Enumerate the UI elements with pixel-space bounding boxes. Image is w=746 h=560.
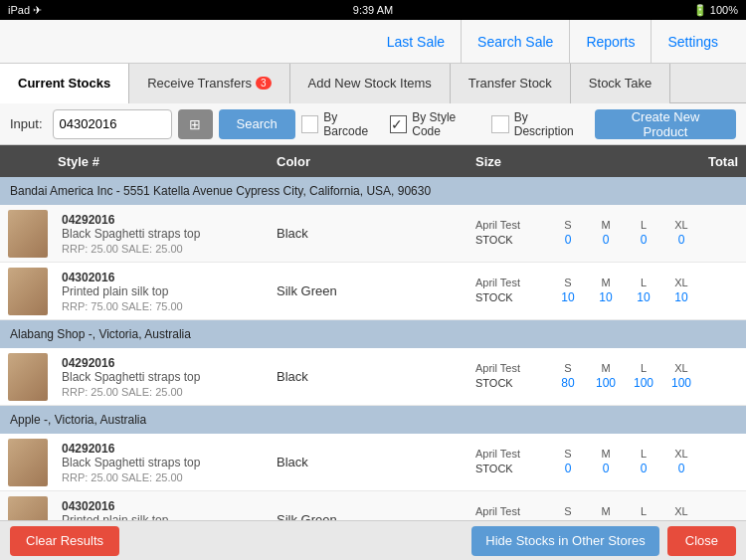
- size-header-cell: XL: [666, 505, 696, 517]
- stock-value: 10: [553, 290, 583, 304]
- size-header-cell: S: [553, 505, 583, 517]
- bottom-bar: Clear Results Hide Stocks in Other Store…: [0, 520, 746, 560]
- product-size: April TestSMLXLSTOCK0000: [475, 448, 696, 477]
- table-row: 04292016Black Spaghetti straps topRRP: 2…: [0, 205, 746, 263]
- stock-value: 0: [629, 462, 658, 475]
- stock-row: STOCK10101010: [475, 290, 696, 304]
- product-name: Printed plain silk top: [62, 513, 277, 521]
- stock-value: 80: [553, 376, 583, 390]
- style-code-label: By Style Code: [412, 110, 485, 138]
- tab-transfer-stock[interactable]: Transfer Stock: [451, 64, 571, 103]
- stock-value: 0: [591, 233, 621, 247]
- close-button[interactable]: Close: [667, 526, 736, 556]
- stock-row: STOCK80100100100: [475, 376, 696, 390]
- nav-settings[interactable]: Settings: [652, 20, 734, 64]
- filter-by-barcode: By Barcode: [301, 110, 384, 138]
- hide-stocks-button[interactable]: Hide Stocks in Other Stores: [471, 526, 658, 556]
- product-size: April TestSMLXLSTOCK0000: [475, 219, 696, 249]
- th-total: Total: [658, 154, 738, 169]
- product-image: [8, 439, 48, 486]
- store-header: Bandai America Inc - 5551 Katella Avenue…: [0, 177, 746, 205]
- size-header-cell: S: [553, 277, 583, 288]
- size-header-cell: L: [629, 219, 658, 231]
- size-header-row: April TestSMLXL: [475, 277, 696, 288]
- product-color: Black: [277, 226, 475, 241]
- size-header-cell: M: [591, 362, 621, 374]
- product-thumbnail: [8, 268, 58, 315]
- search-input[interactable]: [53, 109, 172, 139]
- product-code: 04302016: [62, 499, 277, 513]
- size-header-cell: M: [591, 219, 621, 231]
- size-header-cell: L: [629, 362, 658, 374]
- tab-receive-transfers[interactable]: Receive Transfers 3: [129, 64, 289, 103]
- stock-value: 0: [591, 462, 621, 475]
- size-header-row: April TestSMLXL: [475, 362, 696, 374]
- product-thumbnail: [8, 210, 58, 258]
- bottom-right-actions: Hide Stocks in Other Stores Close: [471, 526, 736, 556]
- product-size: April TestSMLXLSTOCK10101010: [475, 277, 696, 306]
- product-size: April TestSMLXLSTOCK18101010: [475, 505, 696, 521]
- barcode-checkbox[interactable]: [301, 115, 319, 133]
- size-header-cell: XL: [666, 219, 696, 231]
- product-info: 04292016Black Spaghetti straps topRRP: 2…: [58, 356, 277, 398]
- filter-by-style-code: ✓ By Style Code: [390, 110, 486, 138]
- product-thumbnail: [8, 439, 58, 486]
- stock-label: STOCK: [475, 463, 545, 474]
- size-label: April Test: [475, 362, 545, 374]
- table-row: 04292016Black Spaghetti straps topRRP: 2…: [0, 348, 746, 406]
- product-total: 380: [696, 369, 746, 384]
- tab-add-new-stock[interactable]: Add New Stock Items: [290, 64, 451, 103]
- stock-label: STOCK: [475, 291, 545, 303]
- table-header: Style # Color Size Total: [0, 145, 746, 177]
- product-color: Black: [277, 455, 475, 469]
- product-name: Black Spaghetti straps top: [62, 370, 277, 384]
- product-thumbnail: [8, 353, 58, 401]
- stock-value: 0: [666, 462, 696, 475]
- status-right: 🔋 100%: [693, 4, 738, 17]
- size-header-cell: XL: [666, 277, 696, 288]
- product-info: 04292016Black Spaghetti straps topRRP: 2…: [58, 442, 277, 483]
- grid-icon-button[interactable]: ⊞: [178, 109, 213, 139]
- product-image: [8, 210, 48, 258]
- create-product-button[interactable]: Create New Product: [595, 109, 736, 139]
- size-header-cell: L: [629, 448, 658, 460]
- grid-icon: ⊞: [189, 116, 201, 132]
- nav-reports[interactable]: Reports: [570, 20, 652, 64]
- nav-last-sale[interactable]: Last Sale: [371, 20, 462, 64]
- tab-stock-take[interactable]: Stock Take: [571, 64, 670, 103]
- stock-row: STOCK0000: [475, 233, 696, 247]
- size-label: April Test: [475, 277, 545, 288]
- size-header-cell: XL: [666, 362, 696, 374]
- product-code: 04292016: [62, 213, 277, 227]
- description-checkbox[interactable]: [491, 115, 509, 133]
- size-header-cell: S: [553, 219, 583, 231]
- status-left: iPad ✈: [8, 4, 42, 17]
- style-code-checkbox[interactable]: ✓: [390, 115, 408, 133]
- barcode-label: By Barcode: [323, 110, 383, 138]
- table-row: 04302016Printed plain silk topRRP: 75.00…: [0, 263, 746, 320]
- product-image: [8, 353, 48, 401]
- product-color: Silk Green: [277, 283, 475, 298]
- product-color: Black: [277, 369, 475, 384]
- tab-current-stocks[interactable]: Current Stocks: [0, 64, 129, 103]
- size-header-row: April TestSMLXL: [475, 219, 696, 231]
- clear-results-button[interactable]: Clear Results: [10, 526, 119, 556]
- th-color: Color: [277, 154, 475, 169]
- stock-label: STOCK: [475, 234, 545, 246]
- table-row: 04292016Black Spaghetti straps topRRP: 2…: [0, 434, 746, 491]
- store-header: Alabang Shop -, Victoria, Australia: [0, 320, 746, 348]
- product-thumbnail: [8, 496, 58, 521]
- stock-label: STOCK: [475, 377, 545, 389]
- product-price: RRP: 25.00 SALE: 25.00: [62, 243, 277, 255]
- product-total: 0: [696, 455, 746, 469]
- product-price: RRP: 25.00 SALE: 25.00: [62, 386, 277, 398]
- stock-value: 0: [629, 233, 658, 247]
- product-code: 04292016: [62, 356, 277, 370]
- input-label: Input:: [10, 116, 43, 131]
- nav-search-sale[interactable]: Search Sale: [462, 20, 570, 64]
- search-button[interactable]: Search: [219, 109, 295, 139]
- stock-value: 0: [666, 233, 696, 247]
- product-total: 40: [696, 283, 746, 298]
- product-size: April TestSMLXLSTOCK80100100100: [475, 362, 696, 392]
- product-total: 0: [696, 226, 746, 241]
